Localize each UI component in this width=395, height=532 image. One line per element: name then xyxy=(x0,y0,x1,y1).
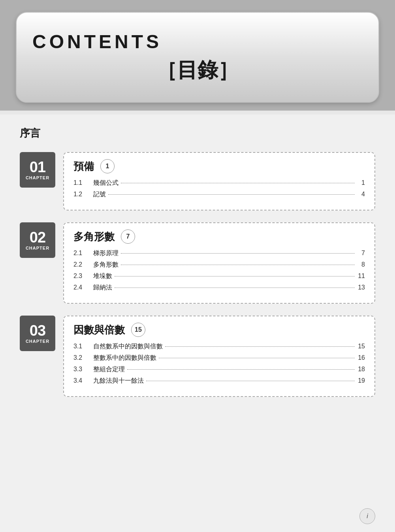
toc-page-01-1: 4 xyxy=(357,191,365,198)
bracket-right: ］ xyxy=(218,59,239,81)
toc-num-03-2: 3.3 xyxy=(73,366,93,373)
preface-label: 序言 xyxy=(20,126,375,140)
chapter-title-02: 多角形數 xyxy=(73,230,115,244)
toc-num-02-1: 2.2 xyxy=(73,261,93,268)
toc-dots-03-3 xyxy=(146,381,355,381)
toc-num-01-0: 1.1 xyxy=(73,179,93,186)
chapter-section-01: 01CHAPTER預備11.1幾個公式11.2記號4 xyxy=(20,152,375,211)
toc-num-02-0: 2.1 xyxy=(73,250,93,257)
toc-label-03-3: 九餘法與十一餘法 xyxy=(93,377,144,385)
toc-entry-01-0: 1.1幾個公式1 xyxy=(73,179,365,187)
toc-num-02-2: 2.3 xyxy=(73,273,93,280)
toc-num-02-3: 2.4 xyxy=(73,284,93,291)
chapter-page-badge-03: 15 xyxy=(131,323,145,337)
toc-num-03-1: 3.2 xyxy=(73,354,93,361)
toc-entry-03-0: 3.1自然數系中的因數與倍數15 xyxy=(73,342,365,351)
chapter-page-badge-01: 1 xyxy=(100,159,115,173)
contents-title: CONTENTS xyxy=(32,31,162,53)
toc-entry-02-2: 2.3堆垛數11 xyxy=(73,272,365,280)
toc-dots-02-2 xyxy=(115,276,355,276)
toc-label-01-0: 幾個公式 xyxy=(93,179,118,187)
header-card: CONTENTS ［目錄］ xyxy=(16,12,379,103)
footer-page-number: i xyxy=(359,508,375,524)
chapter-card-03: 因數與倍數153.1自然數系中的因數與倍數153.2整數系中的因數與倍數163.… xyxy=(63,316,375,397)
toc-entry-02-3: 2.4歸納法13 xyxy=(73,284,365,292)
toc-page-02-2: 11 xyxy=(357,273,365,280)
chapter-num-01: 01 xyxy=(30,160,45,175)
toc-entry-03-3: 3.4九餘法與十一餘法19 xyxy=(73,377,365,385)
toc-page-02-0: 7 xyxy=(357,250,365,257)
toc-page-03-0: 15 xyxy=(357,343,365,350)
chapter-num-03: 03 xyxy=(30,323,45,338)
chapter-label-02: CHAPTER xyxy=(26,246,49,250)
chapters-container: 01CHAPTER預備11.1幾個公式11.2記號402CHAPTER多角形數7… xyxy=(20,152,375,397)
toc-label-02-3: 歸納法 xyxy=(93,284,112,292)
chapter-page-badge-02: 7 xyxy=(121,229,135,244)
chapter-header-03: 因數與倍數15 xyxy=(73,323,365,337)
chapter-section-02: 02CHAPTER多角形數72.1梯形原理72.2多角形數82.3堆垛數112.… xyxy=(20,222,375,304)
chapter-title-01: 預備 xyxy=(73,160,94,173)
toc-dots-02-1 xyxy=(121,265,355,265)
toc-dots-02-0 xyxy=(121,253,355,254)
toc-page-03-1: 16 xyxy=(357,354,365,361)
toc-entry-02-1: 2.2多角形數8 xyxy=(73,261,365,269)
chapter-card-02: 多角形數72.1梯形原理72.2多角形數82.3堆垛數112.4歸納法13 xyxy=(63,222,375,304)
toc-page-01-0: 1 xyxy=(357,179,365,186)
chapter-num-02: 02 xyxy=(30,230,45,245)
toc-num-03-3: 3.4 xyxy=(73,377,93,384)
chapter-badge-01: 01CHAPTER xyxy=(20,152,55,188)
toc-label-02-1: 多角形數 xyxy=(93,261,118,269)
toc-page-03-2: 18 xyxy=(357,366,365,373)
toc-entry-01-1: 1.2記號4 xyxy=(73,190,365,199)
chapter-badge-03: 03CHAPTER xyxy=(20,316,55,351)
toc-label-03-0: 自然數系中的因數與倍數 xyxy=(93,342,163,351)
chapter-badge-02: 02CHAPTER xyxy=(20,222,55,258)
chinese-title: ［目錄］ xyxy=(156,56,239,84)
toc-dots-03-2 xyxy=(127,369,355,370)
toc-label-01-1: 記號 xyxy=(93,190,106,199)
toc-page-03-3: 19 xyxy=(357,377,365,384)
toc-entry-02-0: 2.1梯形原理7 xyxy=(73,249,365,258)
bracket-left: ［ xyxy=(156,59,177,81)
toc-entry-03-2: 3.3整組合定理18 xyxy=(73,365,365,374)
toc-dots-03-1 xyxy=(159,358,355,358)
toc-entry-03-1: 3.2整數系中的因數與倍數16 xyxy=(73,354,365,362)
toc-label-03-1: 整數系中的因數與倍數 xyxy=(93,354,156,362)
toc-dots-01-0 xyxy=(121,183,355,183)
toc-num-03-0: 3.1 xyxy=(73,343,93,350)
chapter-card-01: 預備11.1幾個公式11.2記號4 xyxy=(63,152,375,211)
toc-label-02-2: 堆垛數 xyxy=(93,272,112,280)
chapter-section-03: 03CHAPTER因數與倍數153.1自然數系中的因數與倍數153.2整數系中的… xyxy=(20,316,375,397)
chapter-header-01: 預備1 xyxy=(73,159,365,173)
chapter-label-03: CHAPTER xyxy=(26,339,49,344)
toc-num-01-1: 1.2 xyxy=(73,191,93,198)
toc-page-02-1: 8 xyxy=(357,261,365,268)
chapter-header-02: 多角形數7 xyxy=(73,229,365,244)
toc-label-02-0: 梯形原理 xyxy=(93,249,118,258)
toc-dots-02-3 xyxy=(115,288,355,288)
chapter-title-03: 因數與倍數 xyxy=(73,323,125,337)
chinese-title-text: 目錄 xyxy=(177,59,218,81)
main-content: 序言 01CHAPTER預備11.1幾個公式11.2記號402CHAPTER多角… xyxy=(0,115,395,532)
toc-dots-01-1 xyxy=(108,194,355,195)
chapter-label-01: CHAPTER xyxy=(26,175,49,180)
toc-label-03-2: 整組合定理 xyxy=(93,365,125,374)
toc-dots-03-0 xyxy=(165,346,355,347)
toc-page-02-3: 13 xyxy=(357,284,365,291)
